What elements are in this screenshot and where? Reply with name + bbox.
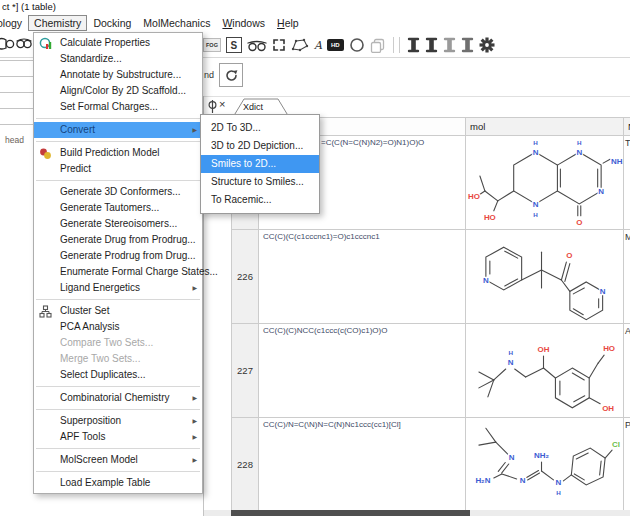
svg-text:N: N — [598, 186, 604, 195]
submenu-item-to-racemic[interactable]: To Racemic... — [201, 191, 319, 209]
menubar-item-chemistry[interactable]: Chemistry — [28, 15, 87, 31]
menu-item-generate-tautomers[interactable]: Generate Tautomers... — [34, 200, 202, 216]
menu-item-enumerate-formal-charge-states[interactable]: Enumerate Formal Charge States... — [34, 264, 202, 280]
svg-text:N: N — [483, 275, 489, 284]
menu-item-generate-stereoisomers[interactable]: Generate Stereoisomers... — [34, 216, 202, 232]
submenu-item-2d-to-3d[interactable]: 2D To 3D... — [201, 119, 319, 137]
calculate-properties-icon — [39, 37, 52, 50]
menu-item-pca-analysis[interactable]: PCA Analysis — [34, 319, 202, 335]
menu-item-label: Enumerate Formal Charge States... — [60, 266, 218, 277]
spool-tool-icon-4[interactable] — [461, 37, 474, 53]
smiles-cell[interactable]: CC(C)(C(c1cccnc1)=O)c1cccnc1 — [259, 230, 466, 324]
smooth-surface-icon[interactable]: S — [226, 37, 242, 53]
panel-row-divider — [0, 60, 33, 61]
menu-item-convert[interactable]: Convert ▶ — [34, 122, 202, 138]
label-text-icon[interactable]: A — [314, 39, 322, 52]
svg-text:N: N — [533, 148, 539, 157]
menu-item-label: Load Example Table — [60, 477, 150, 488]
settings-gear-icon[interactable] — [479, 37, 495, 53]
submenu-arrow-icon: ▶ — [192, 280, 197, 296]
submenu-item-smiles-to-2d[interactable]: Smiles to 2D... — [201, 155, 319, 173]
smiles-cell[interactable]: CC(C)(C)NCC(c1ccc(c(CO)c1)O)O — [259, 324, 466, 418]
refresh-button[interactable] — [219, 63, 243, 87]
svg-text:N: N — [576, 148, 582, 157]
molecule-structure: N H N H NH₂ N O N H HO HO — [466, 136, 623, 230]
mol-cell[interactable]: N H₂N N NH₂ N H Cl — [466, 418, 624, 512]
menu-item-compare-two-sets[interactable]: Compare Two Sets... — [34, 335, 202, 351]
menu-item-align-color-by-2d-scaffold[interactable]: Align/Color By 2D Scaffold... — [34, 83, 202, 99]
svg-text:OH: OH — [602, 403, 614, 412]
svg-text:N: N — [509, 453, 515, 462]
panel-row-divider — [0, 108, 33, 109]
column-header-name[interactable]: N — [624, 118, 630, 136]
mol-cell[interactable]: N H OH HO OH — [466, 324, 624, 418]
menu-item-load-example-table[interactable]: Load Example Table — [34, 475, 202, 491]
menu-item-calculate-properties[interactable]: Calculate Properties — [34, 35, 202, 51]
menu-item-label: Annotate by Substructure... — [60, 69, 181, 80]
menubar-item-docking[interactable]: Docking — [87, 15, 137, 31]
menu-item-apf-tools[interactable]: APF Tools ▶ — [34, 429, 202, 445]
stereo-glasses-icon[interactable] — [247, 39, 267, 52]
horizontal-scrollbar-thumb[interactable] — [231, 510, 470, 516]
menu-item-generate-3d-conformers[interactable]: Generate 3D Conformers... — [34, 184, 202, 200]
menu-item-ligand-energetics[interactable]: Ligand Energetics ▶ — [34, 280, 202, 296]
spool-tool-icon-3[interactable] — [443, 37, 456, 53]
menu-item-molscreen-model[interactable]: MolScreen Model ▶ — [34, 452, 202, 468]
circle-shape-icon[interactable] — [349, 37, 365, 53]
dock-pin-icon[interactable] — [207, 100, 218, 114]
menu-item-generate-drug-from-prodrug[interactable]: Generate Drug from Prodrug... — [34, 232, 202, 248]
display-mode-icon[interactable] — [0, 37, 15, 51]
menu-item-predict[interactable]: Predict — [34, 161, 202, 177]
name-cell[interactable]: P — [624, 418, 630, 512]
smiles-cell[interactable]: CC(C)/N=C(\N)N=C(N)Nc1ccc(cc1)[Cl] — [259, 418, 466, 512]
svg-text:N: N — [533, 199, 539, 208]
name-cell[interactable]: A — [624, 324, 630, 418]
menu-item-set-formal-charges[interactable]: Set Formal Charges... — [34, 99, 202, 115]
menu-item-combinatorial-chemistry[interactable]: Combinatorial Chemistry ▶ — [34, 390, 202, 406]
menu-item-cluster-set[interactable]: Cluster Set — [34, 303, 202, 319]
fullscreen-expand-icon[interactable] — [272, 38, 286, 52]
menu-item-generate-prodrug-from-drug[interactable]: Generate Prodrug from Drug... — [34, 248, 202, 264]
name-cell[interactable]: T — [624, 136, 630, 230]
row-number[interactable]: 227 — [232, 324, 259, 418]
tab-xdict[interactable]: Xdict — [243, 102, 263, 112]
menu-separator — [36, 180, 200, 181]
selection-lasso-icon[interactable] — [291, 38, 309, 52]
submenu-arrow-icon: ▶ — [192, 390, 197, 406]
column-header-mol[interactable]: mol — [466, 118, 624, 136]
menu-item-select-duplicates[interactable]: Select Duplicates... — [34, 367, 202, 383]
menubar-item-windows[interactable]: Windows — [216, 15, 271, 31]
fog-toggle-icon[interactable]: FOG — [203, 38, 221, 52]
submenu-arrow-icon: ▶ — [192, 122, 197, 138]
spool-tool-icon-2[interactable] — [425, 37, 438, 53]
stereo-view-icon[interactable] — [16, 37, 32, 51]
mol-cell[interactable]: N N O — [466, 230, 624, 324]
menu-item-superposition[interactable]: Superposition ▶ — [34, 413, 202, 429]
menubar-item-molmechanics[interactable]: MolMechanics — [137, 15, 216, 31]
menubar-item-help[interactable]: Help — [271, 15, 305, 31]
panel-row-divider — [0, 76, 33, 77]
mol-cell[interactable]: N H N H NH₂ N O N H HO HO — [466, 136, 624, 230]
menu-item-merge-two-sets[interactable]: Merge Two Sets... — [34, 351, 202, 367]
submenu-item-3d-to-2d-depiction[interactable]: 3D to 2D Depiction... — [201, 137, 319, 155]
svg-text:H: H — [577, 139, 582, 146]
svg-text:N: N — [556, 477, 562, 486]
menubar-item-homology[interactable]: ology — [0, 15, 28, 31]
menu-item-label: Predict — [60, 163, 91, 174]
menu-item-label: Generate Drug from Prodrug... — [60, 234, 196, 245]
submenu-item-structure-to-smiles[interactable]: Structure to Smiles... — [201, 173, 319, 191]
menu-item-standardize[interactable]: Standardize... — [34, 51, 202, 67]
spool-tool-icon-1[interactable] — [407, 37, 420, 53]
copy-view-icon[interactable] — [370, 38, 386, 53]
row-number[interactable]: 226 — [232, 230, 259, 324]
menu-item-label: Generate Prodrug from Drug... — [60, 250, 196, 261]
row-number[interactable]: 228 — [232, 418, 259, 512]
convert-submenu: 2D To 3D... 3D to 2D Depiction... Smiles… — [200, 114, 320, 214]
close-icon[interactable]: × — [219, 98, 225, 110]
menu-item-build-prediction-model[interactable]: Build Prediction Model — [34, 145, 202, 161]
menu-item-label: Align/Color By 2D Scaffold... — [60, 85, 186, 96]
svg-text:HO: HO — [468, 191, 480, 200]
hd-quality-icon[interactable]: HD — [327, 39, 344, 51]
name-cell[interactable]: M — [624, 230, 630, 324]
menu-item-annotate-by-substructure[interactable]: Annotate by Substructure... — [34, 67, 202, 83]
